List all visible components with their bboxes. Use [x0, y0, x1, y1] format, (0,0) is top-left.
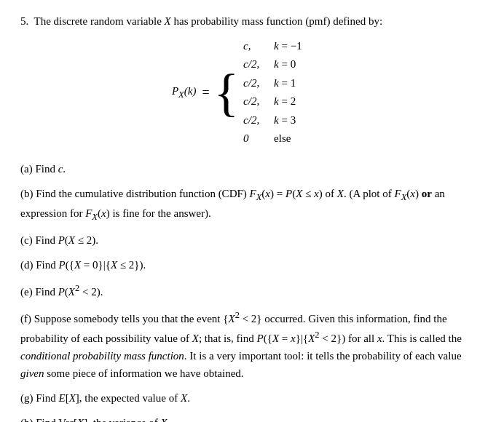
part-a-text: (a) Find c.	[20, 160, 484, 178]
pmf-val-2: c/2,	[243, 55, 274, 74]
part-f-text: (f) Suppose somebody tells you that the …	[20, 308, 484, 382]
pmf-cond-5: k = 3	[274, 111, 332, 130]
part-d: (d) Find P({X = 0}|{X ≤ 2}).	[20, 256, 484, 274]
pmf-val-4: c/2,	[243, 92, 274, 111]
part-f: (f) Suppose somebody tells you that the …	[20, 308, 484, 382]
left-brace: {	[214, 37, 240, 148]
part-h-text: (h) Find Var[X], the variance of X.	[20, 414, 484, 423]
pmf-val-6: 0	[243, 130, 274, 148]
part-d-text: (d) Find P({X = 0}|{X ≤ 2}).	[20, 256, 484, 274]
pmf-cond-6: else	[274, 130, 332, 148]
part-g: (g) Find E[X], the expected value of X.	[20, 389, 484, 407]
problem-number-label: 5.	[20, 15, 28, 27]
pmf-case-1: c, k = −1	[243, 37, 332, 56]
part-g-text: (g) Find E[X], the expected value of X.	[20, 389, 484, 407]
pmf-val-5: c/2,	[243, 111, 274, 130]
pmf-case-3: c/2, k = 1	[243, 74, 332, 93]
pmf-cond-3: k = 1	[274, 74, 332, 93]
pmf-cond-4: k = 2	[274, 92, 332, 111]
pmf-val-1: c,	[243, 37, 274, 56]
pmf-definition: PX(k) = { c, k = −1 c/2, k = 0 c/2, k = …	[20, 37, 484, 148]
pmf-case-4: c/2, k = 2	[243, 92, 332, 111]
pmf-val-3: c/2,	[243, 74, 274, 93]
pmf-brace: { c, k = −1 c/2, k = 0 c/2, k = 1 c/2, k…	[214, 37, 333, 148]
pmf-cond-1: k = −1	[274, 37, 332, 56]
part-c-text: (c) Find P(X ≤ 2).	[20, 231, 484, 249]
pmf-cond-2: k = 0	[274, 55, 332, 74]
pmf-equals: =	[202, 85, 209, 100]
part-a: (a) Find c.	[20, 160, 484, 178]
problem-container: 5. The discrete random variable X has pr…	[20, 13, 484, 422]
pmf-case-5: c/2, k = 3	[243, 111, 332, 130]
pmf-cases: c, k = −1 c/2, k = 0 c/2, k = 1 c/2, k =…	[243, 37, 332, 148]
part-b-text: (b) Find the cumulative distribution fun…	[20, 185, 484, 224]
part-h: (h) Find Var[X], the variance of X.	[20, 414, 484, 423]
part-c: (c) Find P(X ≤ 2).	[20, 231, 484, 249]
problem-intro: 5. The discrete random variable X has pr…	[20, 13, 484, 30]
pmf-label: PX(k)	[172, 85, 196, 100]
part-e-text: (e) Find P(X2 < 2).	[20, 281, 484, 300]
part-e: (e) Find P(X2 < 2).	[20, 281, 484, 300]
pmf-case-2: c/2, k = 0	[243, 55, 332, 74]
pmf-case-6: 0 else	[243, 130, 332, 148]
part-b: (b) Find the cumulative distribution fun…	[20, 185, 484, 224]
